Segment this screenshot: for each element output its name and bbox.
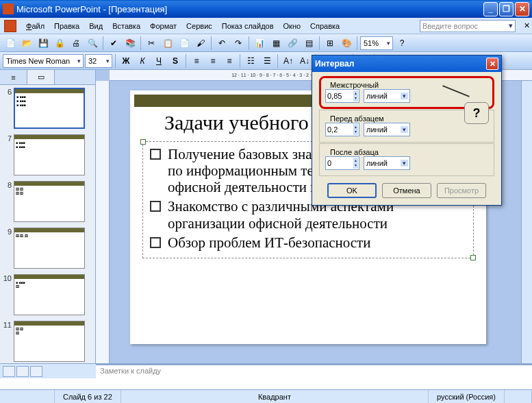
open-button[interactable]: 📂 <box>19 36 34 51</box>
save-button[interactable]: 💾 <box>36 36 51 51</box>
paste-button[interactable]: 📄 <box>177 36 192 51</box>
status-bar: Слайд 6 из 22 Квадрант русский (Россия) <box>0 389 532 403</box>
notes-pane[interactable]: Заметки к слайду <box>96 363 532 378</box>
bullets-button[interactable]: ☰ <box>259 53 275 69</box>
help-search-box[interactable]: Введите вопрос <box>420 20 516 32</box>
increase-font-button[interactable]: A↑ <box>281 53 296 69</box>
menu-edit[interactable]: Правка <box>50 21 84 32</box>
before-unit[interactable]: линий <box>364 123 410 136</box>
menu-file[interactable]: Файл <box>22 21 49 32</box>
dialog-close-button[interactable]: ✕ <box>486 58 498 70</box>
underline-button[interactable]: Ч <box>151 53 166 69</box>
dialog-titlebar[interactable]: Интервал ✕ <box>312 56 501 72</box>
new-button[interactable]: 📄 <box>3 36 18 51</box>
numbering-button[interactable]: ☷ <box>243 53 258 69</box>
close-button[interactable]: ✕ <box>515 2 529 16</box>
line-spacing-value[interactable]: 0,85 <box>325 89 359 103</box>
slideshow-view-button[interactable] <box>30 366 42 377</box>
research-button[interactable]: 📚 <box>123 36 138 51</box>
italic-button[interactable]: К <box>135 53 150 69</box>
ok-button[interactable]: OK <box>327 183 377 198</box>
tables-borders-button[interactable]: ▤ <box>301 36 316 51</box>
slide-thumbnail[interactable]: 8🖼 🖼🖼 🖼 <box>3 181 92 222</box>
permission-button[interactable]: 🔒 <box>52 36 67 51</box>
before-paragraph-label: Перед абзацем <box>328 114 386 123</box>
before-value[interactable]: 0,2 <box>325 123 359 136</box>
align-center-button[interactable]: ≡ <box>205 53 220 69</box>
font-name-combo[interactable]: Times New Roman <box>3 54 84 68</box>
normal-view-button[interactable] <box>3 366 15 377</box>
table-button[interactable]: ▦ <box>268 36 283 51</box>
cut-button[interactable]: ✂ <box>144 36 159 51</box>
color-button[interactable]: 🎨 <box>339 36 354 51</box>
bullet-icon <box>150 149 161 160</box>
document-close-button[interactable]: ✕ <box>521 21 532 31</box>
menu-insert[interactable]: Вставка <box>108 21 144 32</box>
menu-bar: Файл Правка Вид Вставка Формат Сервис По… <box>0 18 532 34</box>
preview-button[interactable]: 🔍 <box>85 36 100 51</box>
slide-thumbnail[interactable]: 11🖼 🖼🖼 <box>3 321 92 362</box>
powerpoint-icon <box>3 3 14 14</box>
status-slide-number: Слайд 6 из 22 <box>55 390 121 403</box>
outline-tab[interactable]: ≡ <box>0 70 27 84</box>
after-paragraph-group: После абзаца 0 линий <box>319 143 494 176</box>
bullet-icon <box>150 201 161 212</box>
align-left-button[interactable]: ≡ <box>189 53 204 69</box>
bullet-text[interactable]: Обзор проблем ИТ-безопасности <box>168 234 371 251</box>
bold-button[interactable]: Ж <box>118 53 134 69</box>
window-title: Microsoft PowerPoint - [Презентация] <box>16 4 483 14</box>
vertical-ruler <box>96 81 110 378</box>
menu-help[interactable]: Справка <box>306 21 344 32</box>
menu-format[interactable]: Формат <box>146 21 181 32</box>
zoom-combo[interactable]: 51% <box>360 36 393 50</box>
bullet-icon <box>150 237 161 248</box>
shadow-button[interactable]: S <box>168 53 183 69</box>
font-size-combo[interactable]: 32 <box>85 54 112 68</box>
dialog-title: Интервал <box>315 59 354 69</box>
show-grid-button[interactable]: ⊞ <box>322 36 338 51</box>
slide-thumbnail[interactable]: 9🖼 🖼 🖼 <box>3 228 92 269</box>
menu-window[interactable]: Окно <box>279 21 305 32</box>
copy-button[interactable]: 📋 <box>160 36 175 51</box>
redo-button[interactable]: ↷ <box>231 36 246 51</box>
standard-toolbar: 📄 📂 💾 🔒 🖨 🔍 ✔ 📚 ✂ 📋 📄 🖌 ↶ ↷ 📊 ▦ 🔗 ▤ ⊞ 🎨 … <box>0 34 532 52</box>
menu-view[interactable]: Вид <box>85 21 107 32</box>
help-callout[interactable]: ? <box>464 102 489 124</box>
slide-thumbnail[interactable]: 10■ ■■■🖼 <box>3 274 92 315</box>
view-buttons <box>0 363 96 378</box>
slides-tab[interactable]: ▭ <box>27 70 55 84</box>
after-paragraph-label: После абзаца <box>328 148 381 156</box>
menu-slideshow[interactable]: Показ слайдов <box>218 21 278 32</box>
after-value[interactable]: 0 <box>325 156 359 170</box>
line-spacing-label: Межстрочный <box>328 81 381 89</box>
format-painter-button[interactable]: 🖌 <box>193 36 208 51</box>
align-right-button[interactable]: ≡ <box>222 53 237 69</box>
status-language[interactable]: русский (Россия) <box>429 390 505 403</box>
sorter-view-button[interactable] <box>16 366 29 377</box>
title-bar: Microsoft PowerPoint - [Презентация] _ ❐… <box>0 0 532 18</box>
cancel-button[interactable]: Отмена <box>382 183 431 198</box>
document-icon[interactable] <box>4 20 16 32</box>
after-unit[interactable]: линий <box>364 156 410 170</box>
slide-thumbnail[interactable]: 7■ ■■■■ ■■■ <box>3 134 92 175</box>
thumbnail-list: 6■ ■■■■ ■■■■ ■■■ 7■ ■■■■ ■■■ 8🖼 🖼🖼 🖼 9🖼 … <box>0 85 95 378</box>
menu-tools[interactable]: Сервис <box>182 21 216 32</box>
thumbnail-pane: ≡ ▭ 6■ ■■■■ ■■■■ ■■■ 7■ ■■■■ ■■■ 8🖼 🖼🖼 🖼… <box>0 70 96 378</box>
undo-button[interactable]: ↶ <box>214 36 229 51</box>
decrease-font-button[interactable]: A↓ <box>297 53 312 69</box>
hyperlink-button[interactable]: 🔗 <box>285 36 300 51</box>
help-button[interactable]: ? <box>394 36 409 51</box>
line-spacing-dialog: Интервал ✕ Межстрочный 0,85 линий Перед … <box>312 55 502 206</box>
chart-button[interactable]: 📊 <box>252 36 267 51</box>
spelling-button[interactable]: ✔ <box>106 36 121 51</box>
minimize-button[interactable]: _ <box>483 2 498 16</box>
status-design: Квадрант <box>121 390 429 403</box>
slide-thumbnail[interactable]: 6■ ■■■■ ■■■■ ■■■ <box>3 88 92 129</box>
vertical-scrollbar[interactable] <box>521 81 532 378</box>
maximize-button[interactable]: ❐ <box>499 2 514 16</box>
line-spacing-unit[interactable]: линий <box>364 89 410 103</box>
preview-button[interactable]: Просмотр <box>437 183 486 198</box>
print-button[interactable]: 🖨 <box>68 36 84 51</box>
